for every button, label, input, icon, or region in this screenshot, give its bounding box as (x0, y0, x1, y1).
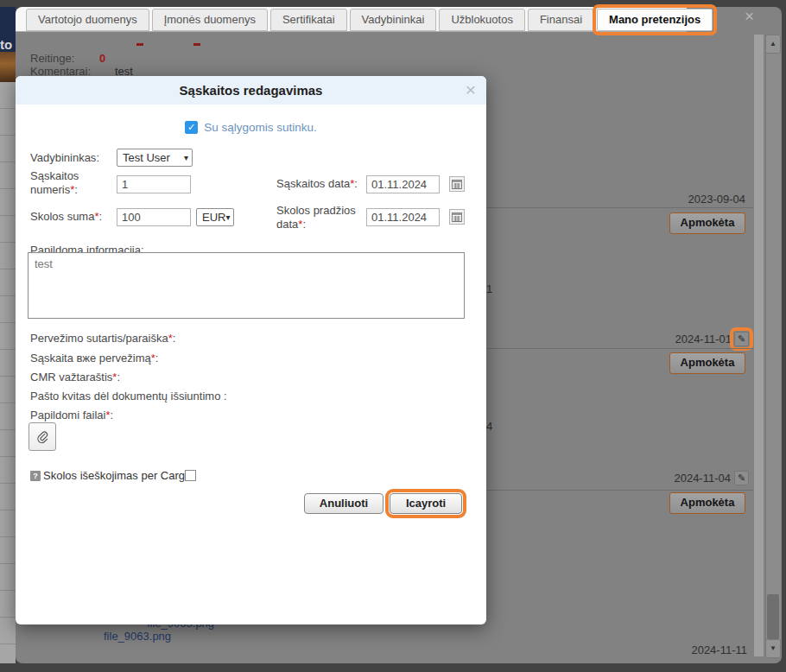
help-icon[interactable]: ? (30, 471, 41, 481)
red-text-fragment (193, 43, 200, 46)
modal-title: Sąskaitos redagavimas (16, 76, 486, 105)
tab-vartotojo-duomenys[interactable]: Vartotojo duomenys (26, 9, 149, 31)
rating-label: Reitinge: (30, 52, 74, 65)
manager-value: Test User (123, 151, 170, 164)
red-text-fragment (136, 43, 143, 46)
claim-date: 2024-11-11 (561, 643, 747, 656)
cmr-waybill-label: CMR važtaraštis*: (30, 371, 120, 384)
agree-label: Su sąlygomis sutinku. (204, 121, 317, 134)
tab-vadybininkai[interactable]: Vadybininkai (350, 9, 437, 31)
save-button[interactable]: Icayroti (390, 493, 462, 514)
debt-amount-input[interactable] (117, 208, 191, 226)
agree-row: ✓ Su sąlygomis sutinku. (16, 121, 486, 134)
chevron-down-icon: ▾ (225, 212, 230, 222)
tab-bar: Vartotojo duomenysĮmonės duomenysSertifi… (16, 7, 687, 32)
site-photo-fragment (0, 52, 16, 82)
hidden-row-fragment: 1 (486, 282, 492, 295)
scrollbar-track[interactable] (765, 35, 781, 658)
calendar-icon[interactable] (449, 209, 465, 225)
scroll-down-button[interactable]: ▼ (765, 639, 781, 658)
modal-close-icon[interactable]: × (466, 79, 476, 100)
claim-date: 2023-09-04 (561, 193, 745, 206)
debt-amount-label: Skolos suma*: (30, 210, 102, 224)
tab-finansai[interactable]: Finansai (528, 9, 594, 31)
paid-status-button[interactable]: Apmokėta (669, 492, 745, 514)
site-banner-text: to (0, 37, 12, 52)
attach-file-button[interactable] (29, 422, 56, 451)
invoice-for-transport-label: Sąskaita вже pervežimą*: (30, 352, 158, 365)
screen: to Reitinge: 0 Komentarai: test 2023-09-… (0, 0, 786, 672)
currency-select[interactable]: EUR ▾ (196, 208, 234, 226)
inner-scrollbar[interactable] (754, 35, 764, 656)
claim-date: 2024-11-01 (561, 333, 732, 346)
cargo-recovery-label: Skolos išeškojimas per Cargo (43, 469, 191, 482)
edit-claim-icon[interactable]: ✎ (734, 471, 749, 485)
chevron-down-icon: ▾ (184, 153, 188, 162)
invoice-date-label: Sąskaitos data*: (276, 177, 371, 191)
paid-status-button[interactable]: Apmokėta (669, 212, 745, 234)
debt-start-date-label: Skolos pradžios data*: (276, 204, 363, 231)
cargo-recovery-checkbox[interactable] (185, 470, 196, 481)
post-receipt-label: Pašto kvitas dėl dokumentų išsiuntimo : (30, 390, 227, 403)
cancel-button[interactable]: Anuliuoti (304, 493, 383, 514)
invoice-date-input[interactable] (366, 175, 440, 193)
tab--mon-s-duomenys[interactable]: Įmonės duomenys (152, 9, 268, 31)
claim-date: 2024-11-04 (561, 472, 731, 485)
calendar-icon[interactable] (449, 176, 465, 192)
additional-info-textarea[interactable]: test (28, 252, 465, 319)
file-link[interactable]: file_9063.png (104, 630, 171, 643)
additional-files-label: Papildomi failai*: (30, 409, 113, 422)
paid-status-button[interactable]: Apmokėta (669, 352, 745, 374)
tab-mano-pretenzijos[interactable]: Mano pretenzijos (597, 9, 713, 31)
invoice-edit-modal: Sąskaitos redagavimas × ✓ Su sąlygomis s… (16, 76, 486, 624)
debt-start-date-input[interactable] (366, 208, 440, 226)
paperclip-icon (35, 430, 49, 444)
rating-value: 0 (99, 52, 105, 65)
manager-label: Vadybininkas: (30, 151, 99, 165)
scrollbar-thumb[interactable] (767, 594, 779, 639)
agree-checkbox[interactable]: ✓ (185, 121, 198, 134)
edit-claim-icon[interactable]: ✎ (734, 332, 749, 346)
scroll-up-button[interactable]: ▲ (765, 35, 781, 54)
site-page-fragment (0, 82, 16, 663)
window-close-icon[interactable]: × (745, 8, 754, 24)
tab-u-blokuotos[interactable]: Užblokuotos (439, 9, 525, 31)
transport-contract-label: Pervežimo sutartis/paraiška*: (30, 332, 175, 346)
currency-value: EUR (202, 211, 225, 224)
invoice-number-input[interactable] (117, 175, 191, 193)
site-banner-fragment: to (0, 7, 16, 52)
hidden-row-fragment: 4 (486, 420, 492, 433)
tab-sertifikatai[interactable]: Sertifikatai (270, 9, 347, 31)
invoice-number-label: Sąskaitos numeris*: (30, 169, 113, 197)
manager-select[interactable]: Test User ▾ (117, 149, 193, 167)
